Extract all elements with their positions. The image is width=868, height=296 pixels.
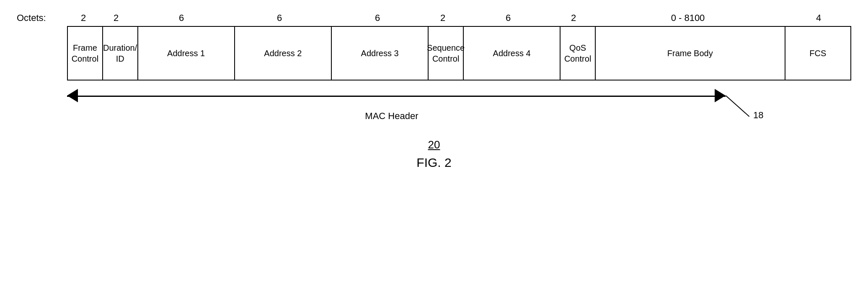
field-cell-4: Address 3 (332, 27, 429, 80)
field-cell-8: Frame Body (596, 27, 785, 80)
mac-header-label: MAC Header (365, 111, 418, 122)
arrow-left-head (67, 89, 78, 102)
octet-val-9: 4 (786, 13, 851, 23)
octet-val-2: 6 (132, 13, 230, 23)
figure-section: 20 FIG. 2 (17, 138, 851, 170)
field-cell-7: QoS Control (561, 27, 596, 80)
svg-line-0 (726, 96, 749, 117)
field-cell-1: Duration/ ID (103, 27, 138, 80)
arrow-section: MAC Header 18 (67, 88, 851, 122)
arrow-line (67, 96, 726, 97)
octet-val-6: 6 (459, 13, 557, 23)
field-cell-9: FCS (785, 27, 851, 80)
octet-val-3: 6 (230, 13, 328, 23)
octet-val-5: 2 (426, 13, 459, 23)
octet-val-4: 6 (328, 13, 426, 23)
octets-row: Octets: 226662620 - 81004 (17, 13, 851, 23)
octet-val-0: 2 (67, 13, 100, 23)
field-cell-6: Address 4 (464, 27, 561, 80)
field-cell-0: Frame Control (68, 27, 103, 80)
field-cell-5: Sequence Control (429, 27, 464, 80)
figure-number: 20 (17, 138, 851, 151)
diagram-container: Octets: 226662620 - 81004 Frame ControlD… (17, 13, 851, 170)
octets-label: Octets: (17, 13, 67, 23)
arrow-right-head (715, 89, 726, 102)
octet-val-7: 2 (557, 13, 590, 23)
octet-values-row: 226662620 - 81004 (67, 13, 851, 23)
octet-val-8: 0 - 8100 (590, 13, 786, 23)
octet-val-1: 2 (100, 13, 132, 23)
reference-svg (67, 88, 851, 122)
figure-caption: FIG. 2 (17, 156, 851, 170)
field-cell-3: Address 2 (235, 27, 332, 80)
field-cell-2: Address 1 (138, 27, 235, 80)
reference-18-label: 18 (753, 110, 763, 121)
fields-row: Frame ControlDuration/ IDAddress 1Addres… (67, 26, 851, 80)
